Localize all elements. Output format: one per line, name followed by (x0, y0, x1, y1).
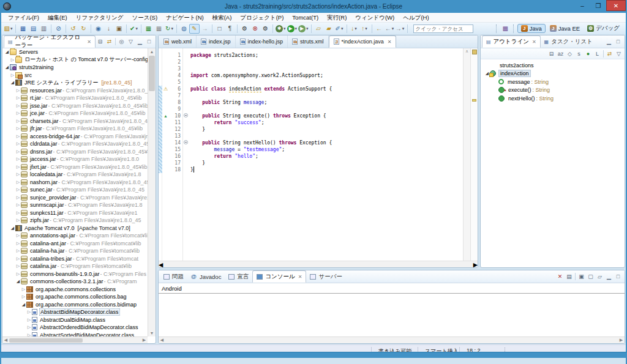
tree-item[interactable]: ▷jfr.jar - C:¥Program Files¥Java¥jre1.8.… (2, 125, 148, 133)
console-hscrollbar[interactable]: ◀ ▶ (159, 336, 625, 343)
hide-local-types-button[interactable]: L (593, 49, 602, 58)
collapsed-arrow-icon[interactable]: ▷ (10, 58, 15, 62)
link-with-editor-button[interactable]: ⇄ (105, 37, 114, 46)
show-block-selection-button[interactable]: □ (214, 24, 225, 34)
tree-item[interactable]: ◢struts2training (2, 64, 148, 72)
menu-project[interactable]: プロジェクト(P) (236, 13, 288, 22)
save-all-button[interactable]: ▤ (28, 24, 39, 34)
editor-tab-indexAction.java[interactable]: *indexAction.java✕ (329, 35, 397, 48)
scroll-right-icon[interactable]: ▶ (141, 338, 148, 343)
scroll-right-icon[interactable]: ▶ (473, 261, 478, 268)
tab-console-declaration[interactable]: 宣言 (225, 270, 252, 283)
scroll-left-icon[interactable]: ◀ (2, 338, 9, 343)
code-area[interactable]: package struts2actions;import com.opensy… (190, 48, 463, 261)
menu-search[interactable]: 検索(A) (208, 13, 236, 22)
back-button[interactable]: ←▾ (385, 24, 395, 34)
tree-item[interactable]: ▷jsse.jar - C:¥Program Files¥Java¥jre1.8… (2, 102, 148, 110)
debug-dropdown-icon[interactable]: ▾ (283, 26, 286, 31)
collapsed-arrow-icon[interactable]: ▷ (15, 95, 21, 100)
scroll-right-icon[interactable]: ▶ (618, 338, 625, 343)
link-with-editor-button[interactable]: ⇄ (605, 49, 614, 58)
collapsed-arrow-icon[interactable]: ▷ (15, 149, 21, 154)
tree-item[interactable]: ▷jfxrt.jar - C:¥Program Files¥Java¥jre1.… (2, 163, 148, 171)
search-button[interactable]: ✐▾ (334, 24, 345, 34)
scroll-left-icon[interactable]: ◀ (159, 338, 165, 343)
hide-static-members-button[interactable]: s (574, 49, 584, 58)
search-flashlight-button[interactable]: ◍ (179, 24, 189, 34)
forward-button[interactable]: →▾ (395, 24, 405, 34)
collapsed-arrow-icon[interactable]: ▷ (15, 180, 21, 185)
tree-item[interactable]: ▷jaccess.jar - C:¥Program Files¥Java¥jre… (2, 155, 148, 163)
tree-item[interactable]: ▷sunmscapi.jar - C:¥Program Files¥Java¥j… (2, 201, 148, 209)
expanded-arrow-icon[interactable]: ◢ (10, 226, 15, 231)
tab-outline[interactable]: ▤アウトライン✕ (482, 35, 541, 48)
collapsed-arrow-icon[interactable]: ▷ (15, 187, 21, 192)
open-web-browser-button[interactable]: ◉ (93, 24, 103, 34)
close-view-icon[interactable]: ✕ (87, 39, 91, 45)
tree-item[interactable]: ▷annotations-api.jar - C:¥Program Files¥… (2, 232, 148, 240)
expanded-arrow-icon[interactable]: ◢ (15, 279, 21, 284)
collapsed-arrow-icon[interactable]: ▷ (15, 157, 21, 162)
minimize-button[interactable]: ▁ (604, 37, 614, 46)
show-whitespace-button[interactable]: ¶ (225, 24, 235, 34)
outline-item[interactable]: execute() : String (481, 86, 625, 95)
collapsed-arrow-icon[interactable]: ▷ (15, 103, 21, 108)
collapsed-arrow-icon[interactable]: ▷ (15, 256, 21, 261)
collapsed-arrow-icon[interactable]: ▷ (15, 88, 21, 93)
fold-collapse-icon[interactable] (184, 140, 188, 144)
tree-item[interactable]: ▷jce.jar - C:¥Program Files¥Java¥jre1.8.… (2, 110, 148, 117)
tree-item[interactable]: ▷AbstractOrderedBidiMapDecorator.class (2, 324, 148, 332)
debug-button[interactable]: ✱▾ (275, 24, 287, 34)
collapsed-arrow-icon[interactable]: ▷ (15, 195, 21, 200)
collapsed-arrow-icon[interactable]: ▷ (21, 287, 26, 292)
menu-file[interactable]: ファイル(F) (4, 13, 43, 22)
tree-item[interactable]: ▷cldrdata.jar - C:¥Program Files¥Java¥jr… (2, 140, 148, 148)
tree-item[interactable]: ▷AbstractSortedBidiMapDecorator.class (2, 332, 148, 337)
collapsed-arrow-icon[interactable]: ▷ (15, 218, 21, 223)
perspective-java[interactable]: JJava (517, 24, 546, 33)
menu-edit[interactable]: 編集(E) (43, 13, 72, 22)
collapsed-arrow-icon[interactable]: ▷ (15, 126, 21, 131)
new-wizard-dropdown-icon[interactable]: ▾ (10, 26, 13, 31)
show-source-button[interactable]: → (200, 24, 210, 34)
tree-item[interactable]: ◢commons-collections-3.2.1.jar - C:¥Prog… (2, 278, 148, 286)
tree-item[interactable]: ◢Apache Tomcat v7.0[Apache Tomcat v7.0] (2, 225, 148, 232)
tree-item[interactable]: ◢Servers (2, 48, 148, 56)
tree-item[interactable]: ▷zipfs.jar - C:¥Program Files¥Java¥jre1.… (2, 217, 148, 225)
scroll-lock-button[interactable]: ▤ (565, 272, 574, 281)
tab-console-servers[interactable]: サーバー (306, 270, 345, 283)
collapsed-arrow-icon[interactable]: ▷ (15, 241, 21, 246)
collapsed-arrow-icon[interactable]: ▷ (15, 119, 21, 124)
validate-button[interactable]: ✔▾ (129, 24, 139, 34)
minimize-button[interactable]: ▁ (135, 37, 145, 46)
external-tools-dropdown-icon[interactable]: ▾ (306, 26, 309, 31)
collapsed-arrow-icon[interactable]: ▷ (15, 172, 21, 177)
open-type-button[interactable]: ▱ (314, 24, 324, 34)
view-menu-button[interactable]: ▽ (614, 49, 623, 58)
menu-window[interactable]: ウィンドウ(W) (351, 13, 399, 22)
collapsed-arrow-icon[interactable]: ▷ (10, 73, 15, 78)
collapsed-arrow-icon[interactable]: ▷ (15, 202, 21, 207)
run-dropdown-icon[interactable]: ▾ (295, 26, 298, 31)
print-button[interactable]: ▥ (39, 24, 49, 34)
tab-console-console[interactable]: コンソール✕ (252, 270, 306, 283)
collapsed-arrow-icon[interactable]: ▷ (15, 141, 21, 146)
collapsed-arrow-icon[interactable]: ▷ (26, 318, 32, 322)
scroll-down-icon[interactable]: ▼ (148, 330, 156, 336)
editor-tab-indexhello.jsp[interactable]: index-hello.jsp (236, 35, 288, 48)
save-button[interactable]: ▦ (18, 24, 28, 34)
external-tools-button[interactable]: ▶▾ (298, 24, 309, 34)
forward-dropdown-icon[interactable]: ▾ (402, 26, 405, 31)
refresh-dropdown-icon[interactable]: ▾ (171, 26, 173, 31)
last-edit-location-button[interactable]: ← (374, 24, 385, 34)
menu-source[interactable]: ソース(S) (127, 13, 162, 22)
editor-vscrollbar[interactable]: ∧ (463, 48, 470, 261)
collapsed-arrow-icon[interactable]: ▷ (15, 111, 21, 116)
expanded-arrow-icon[interactable]: ◢ (4, 65, 10, 70)
outline-item[interactable]: ◢indexAction (481, 70, 625, 78)
maximize-button[interactable]: ❐ (590, 0, 606, 11)
maximize-button[interactable]: □ (614, 272, 623, 281)
close-view-icon[interactable]: ✕ (532, 39, 536, 45)
outline-item[interactable]: struts2actions (481, 61, 625, 70)
tree-item[interactable]: ▷charsets.jar - C:¥Program Files¥Java¥jr… (2, 117, 148, 125)
